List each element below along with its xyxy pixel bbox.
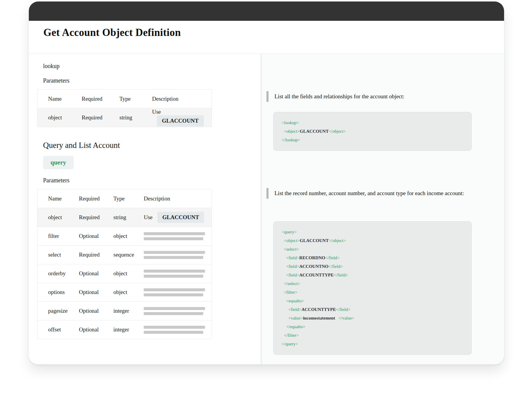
code-line: <filter>	[282, 288, 463, 297]
xml-tag-token: </object>	[329, 238, 346, 243]
code-line: <value>incomestatement </value>	[282, 314, 463, 322]
param-description-cell: UseGLACCOUNT	[152, 108, 212, 127]
right-panel: List all the fields and relationships fo…	[262, 54, 504, 364]
param-description-cell	[144, 264, 212, 283]
param-required-cell: Optional	[79, 302, 113, 320]
xml-tag-token: </field>	[334, 273, 348, 277]
xml-tag-token: <query>	[282, 230, 297, 234]
code-line: </query>	[282, 340, 463, 348]
param-required-cell: Optional	[79, 227, 113, 246]
code-line: <lookup>	[282, 118, 463, 127]
value-chip: GLACCOUNT	[157, 212, 204, 223]
code-line: <select>	[282, 245, 463, 254]
column-header: Name	[37, 189, 79, 208]
xml-text-token: ACCOUNTTYPE	[299, 273, 334, 277]
example-query: List the record number, account number, …	[266, 188, 504, 355]
quote-bar	[266, 188, 269, 199]
param-description-cell	[144, 227, 212, 246]
param-type-cell: object	[113, 264, 144, 283]
param-description-cell	[144, 320, 212, 339]
xml-tag-token: </equalto>	[282, 324, 305, 329]
example-quote: List the record number, account number, …	[266, 188, 504, 199]
description-prefix: Use	[144, 214, 153, 220]
doc-window: Get Account Object Definition lookup Par…	[29, 1, 504, 364]
xml-tag-token: <filter>	[282, 290, 298, 295]
param-required-cell: Optional	[79, 264, 113, 283]
param-type-cell: object	[113, 227, 144, 246]
param-name-cell: object	[37, 208, 79, 227]
param-name-cell: orderby	[37, 264, 79, 283]
page-title: Get Account Object Definition	[43, 27, 504, 39]
left-panel: lookup Parameters NameRequiredTypeDescri…	[29, 54, 261, 364]
xml-tag-token: <field>	[282, 307, 301, 312]
param-description-cell: UseGLACCOUNT	[144, 208, 212, 227]
param-name-cell: filter	[37, 227, 79, 246]
xml-text-token: GLACCOUNT	[300, 129, 329, 134]
parameters-table-lookup: NameRequiredTypeDescription objectRequir…	[37, 89, 212, 127]
xml-text-token: RECORDNO	[299, 255, 325, 260]
placeholder-bar	[144, 275, 203, 278]
lookup-label: lookup	[43, 63, 261, 69]
code-line: <field>ACCOUNTTYPE</field>	[282, 271, 463, 279]
column-header: Description	[144, 189, 212, 208]
xml-tag-token: </field>	[329, 264, 343, 269]
code-line: </equalto>	[282, 322, 463, 331]
quote-text: List the record number, account number, …	[274, 188, 464, 199]
placeholder-bar	[144, 237, 203, 240]
param-name-cell: offset	[37, 320, 79, 339]
xml-text-token: ACCOUNTNO	[299, 264, 328, 269]
placeholder-bar	[144, 293, 203, 296]
code-block-query: <query> <object>GLACCOUNT</object> <sele…	[273, 221, 472, 355]
column-header: Required	[82, 90, 119, 108]
example-quote: List all the fields and relationships fo…	[266, 91, 504, 102]
placeholder-bar	[144, 331, 203, 334]
code-block-lookup: <lookup> <object>GLACCOUNT</object></loo…	[273, 112, 472, 151]
table-header-row: NameRequiredTypeDescription	[37, 90, 212, 108]
param-required-cell: Required	[79, 208, 113, 227]
xml-tag-token: <equalto>	[282, 298, 304, 303]
query-badge[interactable]: query	[43, 156, 74, 169]
code-line: <field>RECORDNO</field>	[282, 254, 463, 262]
placeholder-bar	[144, 312, 203, 315]
param-row: optionsOptionalobject	[37, 283, 212, 302]
placeholder-bar	[144, 251, 205, 254]
param-required-cell: Optional	[79, 320, 113, 339]
value-chip: GLACCOUNT	[157, 115, 204, 127]
column-header: Description	[152, 90, 212, 108]
param-description-cell	[144, 283, 212, 302]
param-name-cell: pagesize	[37, 302, 79, 320]
xml-tag-token: <object>	[282, 129, 300, 134]
xml-tag-token: </value>	[338, 316, 354, 320]
param-type-cell: integer	[113, 302, 144, 320]
param-name-cell: object	[37, 108, 82, 127]
param-type-cell: integer	[113, 320, 144, 339]
main-content: lookup Parameters NameRequiredTypeDescri…	[29, 54, 504, 364]
param-row: objectRequiredstringUseGLACCOUNT	[37, 208, 212, 227]
quote-text: List all the fields and relationships fo…	[274, 91, 404, 102]
code-line: <equalto>	[282, 297, 463, 305]
param-row: filterOptionalobject	[37, 227, 212, 246]
xml-tag-token: <select>	[282, 247, 299, 252]
xml-text-token: GLACCOUNT	[300, 238, 329, 243]
column-header: Name	[37, 90, 82, 108]
xml-tag-token: <object>	[282, 238, 300, 243]
param-row: selectRequiredsequence	[37, 246, 212, 264]
placeholder-bar	[144, 256, 203, 259]
xml-tag-token: </field>	[325, 255, 340, 260]
param-name-cell: options	[37, 283, 79, 302]
xml-tag-token: <lookup>	[282, 120, 299, 125]
code-line: <object>GLACCOUNT</object>	[282, 236, 463, 245]
param-row: orderbyOptionalobject	[37, 264, 212, 283]
param-name-cell: select	[37, 246, 79, 264]
example-lookup: List all the fields and relationships fo…	[266, 91, 504, 151]
xml-tag-token: <value>	[282, 316, 303, 320]
placeholder-bar	[144, 288, 205, 291]
xml-tag-token: </field>	[336, 307, 351, 312]
xml-tag-token: <field>	[282, 255, 299, 260]
xml-tag-token: <field>	[282, 273, 299, 277]
code-line: </filter>	[282, 331, 463, 340]
description-prefix: Use	[152, 109, 161, 115]
placeholder-bar	[144, 326, 205, 329]
xml-tag-token: </query>	[282, 341, 298, 346]
code-line: <field>ACCOUNTNO</field>	[282, 262, 463, 271]
